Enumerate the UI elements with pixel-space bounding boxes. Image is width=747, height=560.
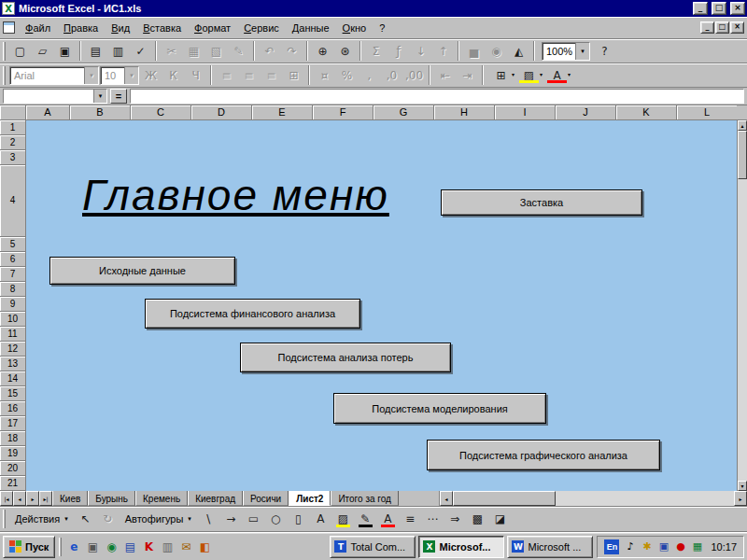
column-header[interactable]: B bbox=[70, 105, 131, 120]
align-left-button[interactable]: ≡ bbox=[216, 65, 237, 85]
increase-indent-button[interactable]: ⇥ bbox=[457, 65, 478, 85]
shortcut-icon[interactable]: ▣ bbox=[84, 539, 101, 555]
vertical-scrollbar[interactable]: ▴ ▾ bbox=[737, 120, 747, 491]
column-header[interactable]: A bbox=[26, 105, 70, 120]
format-painter-button[interactable]: ✎ bbox=[228, 41, 249, 61]
row-header[interactable]: 1 bbox=[0, 120, 26, 135]
chevron-down-icon[interactable]: ▾ bbox=[512, 71, 514, 77]
align-center-button[interactable]: ≡ bbox=[238, 65, 260, 85]
window-restore-button[interactable]: □ bbox=[715, 21, 729, 34]
row-header[interactable]: 19 bbox=[0, 446, 26, 461]
shortcut-icon[interactable]: ▤ bbox=[121, 539, 138, 555]
name-box[interactable]: ▾ bbox=[3, 89, 107, 104]
row-header[interactable]: 21 bbox=[0, 476, 26, 491]
line-style-button[interactable]: ≡ bbox=[400, 510, 421, 529]
new-workbook-button[interactable]: ▢ bbox=[9, 41, 31, 61]
rectangle-button[interactable]: ▭ bbox=[243, 510, 264, 529]
underline-button[interactable]: Ч bbox=[185, 65, 206, 85]
decrease-decimal-button[interactable]: ,00 bbox=[403, 65, 425, 85]
zoom-combobox[interactable]: 100% ▾ bbox=[542, 42, 590, 61]
chevron-down-icon[interactable]: ▾ bbox=[540, 71, 543, 77]
formula-input[interactable] bbox=[130, 89, 744, 104]
wordart-button[interactable]: А bbox=[310, 510, 331, 529]
paste-function-button[interactable]: ƒ bbox=[388, 41, 409, 61]
comma-style-button[interactable]: , bbox=[359, 65, 380, 85]
row-header[interactable]: 12 bbox=[0, 342, 26, 357]
row-header[interactable]: 16 bbox=[0, 401, 26, 416]
tab-kremen[interactable]: Кремень bbox=[135, 491, 188, 506]
tab-scroll-button[interactable]: ▸ bbox=[26, 491, 39, 506]
graphic-analysis-button[interactable]: Подсистема графического анализа bbox=[427, 440, 660, 470]
save-button[interactable]: ▣ bbox=[54, 41, 76, 61]
decrease-indent-button[interactable]: ⇤ bbox=[434, 65, 456, 85]
autosum-button[interactable]: Σ bbox=[365, 41, 387, 61]
chevron-down-icon[interactable]: ▾ bbox=[93, 90, 106, 103]
menu-item[interactable]: Вставка bbox=[136, 20, 188, 36]
row-header[interactable]: 6 bbox=[0, 252, 26, 267]
align-right-button[interactable]: ≡ bbox=[261, 65, 282, 85]
task-total-commander[interactable]: T Total Com... bbox=[330, 536, 416, 558]
scroll-left-button[interactable]: ◂ bbox=[440, 491, 453, 506]
close-button[interactable]: × bbox=[730, 2, 745, 15]
tab-itogo-za-god[interactable]: Итого за год bbox=[331, 491, 399, 506]
insert-hyperlink-button[interactable]: ⊕ bbox=[312, 41, 333, 61]
shortcut-icon[interactable]: ▥ bbox=[159, 539, 176, 555]
tray-icon[interactable]: ● bbox=[673, 539, 687, 553]
column-header[interactable]: G bbox=[374, 105, 434, 120]
horizontal-scrollbar[interactable]: ◂ ▸ bbox=[439, 491, 747, 506]
oval-button[interactable]: ○ bbox=[265, 510, 287, 529]
menu-item[interactable]: Файл bbox=[19, 20, 57, 36]
column-header[interactable]: L bbox=[677, 105, 737, 120]
internet-explorer-icon[interactable]: e bbox=[65, 539, 82, 555]
font-color-button[interactable]: А▾ bbox=[543, 65, 571, 85]
print-button[interactable]: ▤ bbox=[85, 41, 106, 61]
row-header[interactable]: 7 bbox=[0, 267, 26, 282]
source-data-button[interactable]: Исходные данные bbox=[49, 257, 235, 285]
drawing-button[interactable]: ◭ bbox=[508, 41, 529, 61]
row-header[interactable]: 5 bbox=[0, 237, 26, 252]
merge-center-button[interactable]: ⊞ bbox=[283, 65, 304, 85]
toolbar-drag-handle[interactable] bbox=[3, 42, 6, 61]
menu-item[interactable]: Окно bbox=[336, 20, 374, 36]
tab-buryn[interactable]: Бурынь bbox=[88, 491, 135, 506]
tab-scroll-button[interactable]: |◂ bbox=[0, 491, 13, 506]
toolbar-drag-handle[interactable] bbox=[3, 510, 6, 528]
menu-item[interactable]: Правка bbox=[57, 20, 105, 36]
undo-button[interactable]: ↶ bbox=[259, 41, 280, 61]
row-header[interactable]: 18 bbox=[0, 431, 26, 446]
sort-descending-button[interactable]: ↑ bbox=[432, 41, 454, 61]
menu-item[interactable]: Сервис bbox=[237, 20, 286, 36]
maximize-button[interactable]: □ bbox=[712, 2, 726, 15]
draw-actions-menu[interactable]: Действия ▾ bbox=[9, 510, 74, 529]
map-button[interactable]: ◉ bbox=[486, 41, 507, 61]
toolbar-drag-handle[interactable] bbox=[3, 66, 6, 85]
arrow-button[interactable]: → bbox=[220, 510, 242, 529]
help-button[interactable]: ? bbox=[594, 41, 615, 61]
scrollbar-thumb[interactable] bbox=[738, 131, 747, 179]
fill-color-button[interactable]: ▨ bbox=[332, 510, 354, 529]
tab-scroll-button[interactable]: ▸| bbox=[39, 491, 52, 506]
increase-decimal-button[interactable]: ,0 bbox=[381, 65, 402, 85]
worksheet-area[interactable]: Главное меню Заставка Исходные данные По… bbox=[26, 120, 737, 491]
column-header[interactable]: D bbox=[191, 105, 252, 120]
start-button[interactable]: Пуск bbox=[3, 536, 55, 558]
tray-icon[interactable]: ▣ bbox=[656, 539, 670, 553]
spelling-button[interactable]: ✓ bbox=[130, 41, 151, 61]
loss-analysis-button[interactable]: Подсистема анализа потерь bbox=[240, 343, 451, 372]
autoshapes-menu[interactable]: Автофигуры ▾ bbox=[120, 510, 197, 529]
font-name-combobox[interactable]: Arial ▾ bbox=[9, 66, 99, 85]
volume-icon[interactable]: ♪ bbox=[623, 539, 637, 553]
row-header[interactable]: 9 bbox=[0, 297, 26, 312]
row-header[interactable]: 3 bbox=[0, 150, 26, 165]
tab-list2[interactable]: Лист2 bbox=[289, 491, 331, 506]
column-header[interactable]: E bbox=[252, 105, 313, 120]
minimize-button[interactable]: _ bbox=[693, 2, 708, 15]
row-header[interactable]: 13 bbox=[0, 357, 26, 371]
splash-button[interactable]: Заставка bbox=[441, 189, 642, 216]
language-indicator[interactable]: En bbox=[604, 539, 619, 554]
arrow-style-button[interactable]: ⇒ bbox=[444, 510, 466, 529]
scroll-right-button[interactable]: ▸ bbox=[734, 491, 747, 506]
line-color-button[interactable]: ✎ bbox=[355, 510, 376, 529]
free-rotate-button[interactable]: ↻ bbox=[97, 510, 119, 529]
column-header[interactable]: C bbox=[131, 105, 191, 120]
